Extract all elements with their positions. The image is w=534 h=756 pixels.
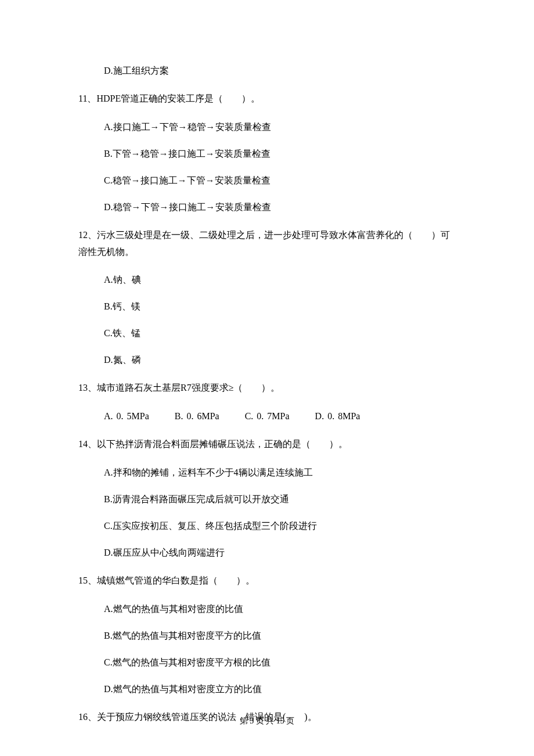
q14-option-b: B.沥青混合料路面碾压完成后就可以开放交通 xyxy=(78,492,456,506)
q12-option-b: B.钙、镁 xyxy=(78,300,456,314)
q14-option-a: A.拌和物的摊铺，运料车不少于4辆以满足连续施工 xyxy=(78,466,456,480)
q14-option-c: C.压实应按初压、复压、终压包括成型三个阶段进行 xyxy=(78,519,456,533)
q11-option-a: A.接口施工→下管→稳管→安装质量检查 xyxy=(78,120,456,134)
q11-option-c: C.稳管→接口施工→下管→安装质量检查 xyxy=(78,174,456,188)
q13-option-c: C. 0. 7MPa xyxy=(245,411,290,421)
q11-option-d: D.稳管→下管→接口施工→安装质量检查 xyxy=(78,200,456,214)
q15-option-c: C.燃气的热值与其相对密度平方根的比值 xyxy=(78,656,456,669)
q15-option-a: A.燃气的热值与其相对密度的比值 xyxy=(78,602,456,616)
q13-option-b: B. 0. 6MPa xyxy=(175,411,219,421)
question-14: 14、以下热拌沥青混合料面层摊铺碾压说法，正确的是（ ）。 xyxy=(78,436,456,453)
q12-option-c: C.铁、锰 xyxy=(78,326,456,340)
document-page: D.施工组织方案 11、HDPE管道正确的安装工序是（ ）。 A.接口施工→下管… xyxy=(0,0,534,756)
q15-option-b: B.燃气的热值与其相对密度平方的比值 xyxy=(78,629,456,643)
question-15: 15、城镇燃气管道的华白数是指（ ）。 xyxy=(78,573,456,589)
q12-option-a: A.钠、碘 xyxy=(78,273,456,287)
q13-option-d: D. 0. 8MPa xyxy=(315,411,360,421)
q10-option-d: D.施工组织方案 xyxy=(78,64,456,78)
q11-option-b: B.下管→稳管→接口施工→安装质量检查 xyxy=(78,147,456,161)
q13-option-a: A. 0. 5MPa xyxy=(104,411,149,421)
question-13: 13、城市道路石灰土基层R7强度要求≥（ ）。 xyxy=(78,380,456,397)
q15-option-d: D.燃气的热值与其相对密度立方的比值 xyxy=(78,682,456,696)
q14-option-d: D.碾压应从中心线向两端进行 xyxy=(78,546,456,560)
question-11: 11、HDPE管道正确的安装工序是（ ）。 xyxy=(78,91,456,107)
q13-options: A. 0. 5MPa B. 0. 6MPa C. 0. 7MPa D. 0. 8… xyxy=(78,409,456,423)
q12-option-d: D.氮、磷 xyxy=(78,353,456,367)
page-footer: 第 3 页 共 15 页 xyxy=(0,715,534,727)
question-12: 12、污水三级处理是在一级、二级处理之后，进一步处理可导致水体富营养化的（ ）可… xyxy=(78,227,456,261)
